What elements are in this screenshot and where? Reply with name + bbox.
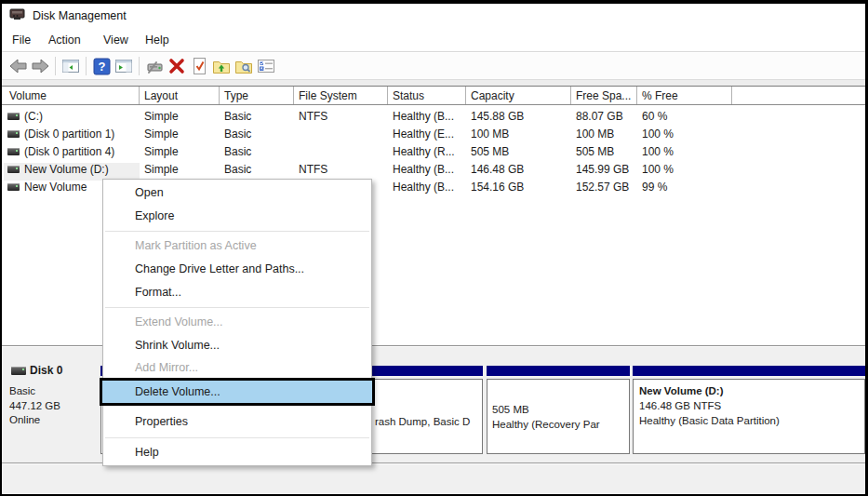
menu-file[interactable]: File [12, 34, 31, 47]
menu-item-change-drive-letter[interactable]: Change Drive Letter and Paths... [103, 258, 371, 281]
partition-size: 505 MB [492, 402, 629, 417]
table-row[interactable]: (C:) Simple Basic NTFS Healthy (B... 145… [2, 108, 865, 126]
menu-separator [105, 231, 369, 232]
cell-capacity: 100 MB [471, 127, 509, 141]
delete-icon[interactable] [166, 55, 188, 77]
menu-view[interactable]: View [103, 34, 128, 47]
cell-type: Basic [224, 163, 251, 176]
col-free-space[interactable]: Free Spa... [576, 89, 631, 102]
column-divider[interactable] [731, 87, 732, 104]
cell-fs: NTFS [299, 110, 327, 123]
menu-item-shrink-volume[interactable]: Shrink Volume... [103, 334, 371, 357]
col-type[interactable]: Type [224, 89, 248, 102]
cell-volume: New Volume [24, 181, 87, 194]
cell-type: Basic [224, 127, 251, 141]
delete-volume-highlight-box: Delete Volume... [100, 378, 375, 406]
column-divider[interactable] [570, 87, 571, 104]
menu-action[interactable]: Action [48, 34, 81, 47]
folder-search-icon[interactable] [233, 55, 255, 77]
menu-item-help[interactable]: Help [103, 441, 371, 463]
menu-bar: File Action View Help [2, 28, 865, 52]
disk-icon [11, 367, 26, 375]
folder-up-icon[interactable] [210, 55, 233, 77]
help-icon[interactable]: ? [90, 55, 113, 77]
cell-free: 152.57 GB [576, 181, 629, 194]
volume-icon [7, 166, 20, 173]
disk-management-window: Disk Management File Action View Help [0, 0, 868, 496]
partition-d[interactable]: New Volume (D:) 146.48 GB NTFS Healthy (… [633, 366, 865, 454]
menu-item-explore[interactable]: Explore [103, 205, 371, 228]
cell-volume: (Disk 0 partition 1) [24, 127, 114, 141]
table-row[interactable]: (Disk 0 partition 4) Simple Basic Health… [2, 143, 865, 161]
partition-recovery[interactable]: 505 MB Healthy (Recovery Par [487, 366, 630, 454]
back-icon[interactable] [7, 55, 29, 77]
cell-free: 145.99 GB [576, 163, 629, 176]
title-bar: Disk Management [2, 4, 865, 28]
menu-item-properties[interactable]: Properties [103, 409, 371, 435]
cell-status: Healthy (R... [393, 145, 455, 158]
table-row[interactable]: (Disk 0 partition 1) Simple Basic Health… [2, 126, 865, 143]
cell-pct-free: 100 % [642, 127, 674, 141]
menu-item-extend-volume: Extend Volume... [103, 311, 371, 334]
col-capacity[interactable]: Capacity [471, 89, 514, 102]
volume-icon [7, 183, 20, 191]
context-menu: Open Explore Mark Partition as Active Ch… [102, 179, 372, 466]
col-file-system[interactable]: File System [299, 89, 357, 102]
cell-volume: (Disk 0 partition 4) [24, 145, 114, 158]
menu-item-open[interactable]: Open [103, 181, 371, 205]
menu-help[interactable]: Help [145, 34, 169, 47]
cell-layout: Simple [144, 127, 179, 141]
menu-item-delete-volume[interactable]: Delete Volume... [102, 381, 372, 403]
partition-status: Healthy (Basic Data Partition) [639, 413, 864, 428]
partition-c-text: rash Dump, Basic D [375, 416, 470, 427]
cell-status: Healthy (B... [393, 110, 454, 123]
cell-pct-free: 60 % [642, 110, 667, 123]
forward-icon[interactable] [29, 55, 51, 77]
menu-item-mark-partition-active: Mark Partition as Active [103, 235, 371, 258]
partition-name: New Volume (D:) [639, 383, 864, 398]
show-action-pane-icon[interactable] [113, 55, 135, 77]
table-row-selected[interactable]: New Volume (D:) Simple Basic NTFS Health… [2, 161, 865, 179]
cell-layout: Simple [144, 163, 179, 176]
menu-separator [105, 307, 369, 308]
app-icon [9, 7, 25, 24]
window-title: Disk Management [33, 9, 127, 22]
cell-status: Healthy (B... [393, 181, 454, 194]
cell-capacity: 505 MB [471, 145, 509, 158]
disk-size: 447.12 GB [9, 399, 60, 414]
col-pct-free[interactable]: % Free [642, 89, 678, 102]
menu-separator [105, 437, 369, 438]
disk-configure-icon[interactable] [143, 55, 166, 77]
menu-item-format[interactable]: Format... [103, 281, 371, 304]
partition-color-band [487, 366, 630, 376]
svg-text:?: ? [98, 60, 105, 74]
column-divider[interactable] [139, 87, 140, 104]
toolbar-separator [86, 57, 87, 75]
column-divider[interactable] [387, 87, 388, 104]
col-volume[interactable]: Volume [9, 89, 47, 102]
cell-layout: Simple [144, 110, 179, 123]
cell-fs: NTFS [299, 163, 327, 176]
column-divider[interactable] [636, 87, 637, 104]
column-divider[interactable] [219, 87, 220, 104]
window-border-left [0, 0, 2, 496]
cell-free: 505 MB [576, 145, 614, 158]
toolbar-gap [2, 79, 865, 86]
cell-type: Basic [224, 145, 251, 158]
col-status[interactable]: Status [393, 89, 424, 102]
toolbar-separator [55, 57, 56, 75]
check-document-icon[interactable] [188, 55, 210, 77]
cell-capacity: 146.48 GB [471, 163, 524, 176]
cell-layout: Simple [144, 145, 179, 158]
volume-icon [7, 113, 20, 120]
col-layout[interactable]: Layout [144, 89, 178, 102]
toolbar: ? [2, 53, 865, 79]
disk-status: Online [9, 413, 60, 428]
menu-item-add-mirror: Add Mirror... [103, 357, 371, 378]
show-console-tree-icon[interactable] [60, 55, 82, 77]
volume-list-header: Volume Layout Type File System Status Ca… [2, 86, 865, 105]
cell-status: Healthy (B... [393, 163, 454, 176]
checklist-icon[interactable] [255, 55, 277, 77]
column-divider[interactable] [293, 87, 294, 104]
column-divider[interactable] [465, 87, 466, 104]
